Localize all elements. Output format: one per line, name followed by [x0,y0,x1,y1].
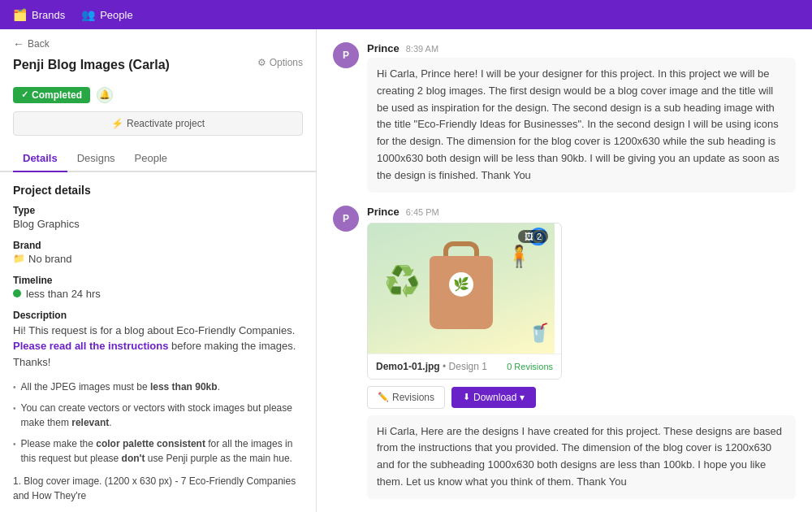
project-title-area: Penji Blog Images (Carla) ⚙ Options [0,54,316,82]
tab-designs[interactable]: Designs [67,145,125,172]
design-image: 🌿 ♻️ 🧍 🌀 🥤 🖼 2 [368,223,555,354]
download-icon: ⬇ [463,392,470,402]
revisions-label: Revisions [392,392,434,403]
status-badge[interactable]: ✓ Completed [13,87,90,103]
back-label: Back [28,38,50,50]
sender-name-2: Prince [367,206,400,218]
message-content-2: Prince 6:45 PM 🌿 [367,206,796,499]
brand-row: Brand 📁 No brand [13,240,303,265]
pencil-icon: ✏️ [378,392,389,402]
revisions-button[interactable]: ✏️ Revisions [367,386,445,409]
nav-brands[interactable]: 🗂️ Brands [13,8,65,21]
message-header-2: Prince 6:45 PM [367,206,796,218]
bullet-dot-2: • [13,402,16,414]
timeline-value-row: less than 24 hrs [13,288,303,300]
bullet-dot-3: • [13,438,16,450]
description-label: Description [13,310,303,321]
section-title: Project details [13,184,303,197]
timeline-row: Timeline less than 24 hrs [13,275,303,300]
numbered-section: 1. Blog cover image. (1200 x 630 px) - 7… [13,474,303,503]
bullet-dot-1: • [13,381,16,393]
message-content-1: Prince 8:39 AM Hi Carla, Prince here! I … [367,42,796,193]
desc-bold: Please read all the instructions [13,340,168,352]
brand-label: Brand [13,240,303,251]
top-nav: 🗂️ Brands 👥 People [0,0,812,29]
project-title: Penji Blog Images (Carla) [13,57,170,74]
type-row: Type Blog Graphics [13,205,303,230]
options-button[interactable]: ⚙ Options [257,57,303,68]
type-label: Type [13,205,303,216]
download-label: Download [473,392,516,403]
left-sidebar: ← Back Penji Blog Images (Carla) ⚙ Optio… [0,29,317,512]
message-header-1: Prince 8:39 AM [367,42,796,54]
message-text-1: Hi Carla, Prince here! I will be your de… [367,58,796,193]
timestamp-1: 8:39 AM [406,44,438,54]
recycle-symbol: ♻️ [384,264,421,298]
green-dot-icon [13,289,21,297]
tab-people[interactable]: People [125,145,177,172]
design-footer: Demo1-01.jpg • Design 1 0 Revisions [368,354,561,379]
nav-brands-label: Brands [32,9,65,21]
leaf-badge: 🌿 [449,272,473,297]
status-row: ✓ Completed 🔔 [0,82,316,111]
download-button[interactable]: ⬇ Download ▾ [451,387,536,408]
design-card: 🌿 ♻️ 🧍 🌀 🥤 🖼 2 [367,223,562,380]
type-value: Blog Graphics [13,218,303,230]
brand-value-row: 📁 No brand [13,253,303,265]
cup: 🥤 [528,323,550,344]
nav-people-label: People [100,9,132,21]
description-text: Hi! This request is for a blog about Eco… [13,323,303,371]
tab-details[interactable]: Details [13,145,67,172]
bullet-3: • Please make the color palette consiste… [13,436,303,466]
nav-people[interactable]: 👥 People [81,8,132,21]
chat-area: P Prince 8:39 AM Hi Carla, Prince here! … [317,29,812,512]
notify-button[interactable]: 🔔 [97,87,113,103]
timeline-value: less than 24 hrs [26,288,101,300]
design-actions: ✏️ Revisions ⬇ Download ▾ [367,386,796,409]
design-count-badge: 🖼 2 [518,230,548,243]
design-number: • Design 1 [443,361,487,372]
tabs-bar: Details Designs People [0,145,316,172]
blog-illustration: 🌿 ♻️ 🧍 🌀 🥤 [368,223,555,354]
back-arrow-icon: ← [13,37,24,50]
brand-value: No brand [28,253,71,265]
bullet-2: • You can create vectors or vectors with… [13,401,303,430]
avatar-prince-2: P [333,206,359,232]
project-details: Project details Type Blog Graphics Brand… [0,172,316,512]
person-figure: 🧍 [506,244,532,269]
design-filename: Demo1-01.jpg [376,361,440,372]
message-block-1: P Prince 8:39 AM Hi Carla, Prince here! … [333,42,796,193]
sender-name-1: Prince [367,42,400,54]
check-icon: ✓ [21,89,28,100]
description-row: Description Hi! This request is for a bl… [13,310,303,371]
timeline-label: Timeline [13,275,303,286]
bullet-1: • All the JPEG images must be less than … [13,380,303,394]
reactivate-label: Reactivate project [127,118,205,129]
status-label: Completed [32,89,82,101]
message-block-2: P Prince 6:45 PM [333,206,796,499]
image-icon: 🖼 [525,232,533,241]
gear-icon: ⚙ [257,57,266,68]
bullet-list: • All the JPEG images must be less than … [13,380,303,466]
design-count: 2 [537,232,542,241]
timestamp-2: 6:45 PM [406,207,439,217]
main-layout: ← Back Penji Blog Images (Carla) ⚙ Optio… [0,29,812,512]
revision-count: 0 Revisions [507,362,553,371]
options-label: Options [270,57,303,68]
people-icon: 👥 [81,8,95,21]
desc-intro: Hi! This request is for a blog about Eco… [13,324,295,336]
back-button[interactable]: ← Back [0,29,316,54]
dropdown-arrow-icon: ▾ [520,392,525,403]
brands-icon: 🗂️ [13,8,27,21]
reactivate-button[interactable]: ⚡ Reactivate project [13,111,303,136]
folder-icon: 📁 [13,253,25,264]
avatar-prince-1: P [333,42,359,68]
message-text-2: Hi Carla, Here are the designs I have cr… [367,415,796,499]
bolt-icon: ⚡ [111,118,123,129]
